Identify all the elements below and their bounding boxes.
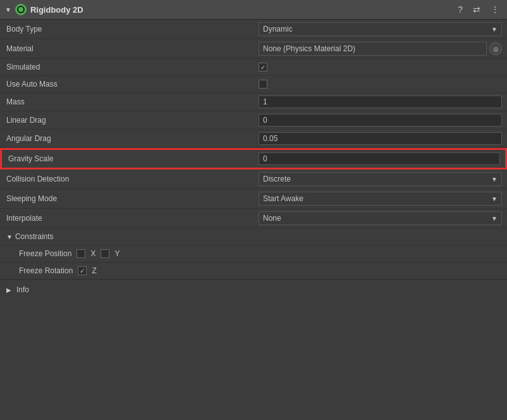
freeze-rotation-z-checkbox[interactable]	[78, 266, 87, 275]
freeze-position-label: Freeze Position	[19, 249, 71, 258]
settings-icon[interactable]: ⇄	[470, 3, 483, 16]
collision-detection-value[interactable]: Discrete ▼	[254, 170, 507, 189]
use-auto-mass-checkbox[interactable]	[259, 80, 267, 89]
header-actions: ? ⇄ ⋮	[455, 3, 502, 16]
dropdown-arrow-icon: ▼	[491, 26, 498, 33]
material-label: Material	[0, 39, 254, 59]
linear-drag-label: Linear Drag	[0, 111, 254, 130]
mass-input[interactable]	[259, 96, 502, 108]
angular-drag-label: Angular Drag	[0, 130, 254, 148]
material-field[interactable]: None (Physics Material 2D)	[259, 42, 487, 56]
simulated-value[interactable]	[254, 59, 507, 76]
freeze-rotation-label: Freeze Rotation	[19, 266, 73, 275]
freeze-position-row: Freeze Position X Y	[0, 245, 507, 262]
freeze-position-y-checkbox[interactable]	[101, 249, 109, 258]
mass-value[interactable]	[254, 93, 507, 111]
help-icon[interactable]: ?	[455, 3, 465, 16]
body-type-label: Body Type	[0, 20, 254, 39]
linear-drag-value[interactable]	[254, 111, 507, 130]
constraints-label: Constraints	[15, 232, 54, 241]
freeze-position-x-checkbox[interactable]	[76, 249, 85, 258]
gravity-scale-label: Gravity Scale	[0, 148, 254, 170]
menu-icon[interactable]: ⋮	[488, 3, 502, 16]
info-arrow-icon[interactable]: ▶	[6, 287, 11, 293]
sleeping-mode-label: Sleeping Mode	[0, 189, 254, 209]
component-icon	[15, 4, 27, 15]
gravity-scale-value[interactable]	[254, 148, 507, 170]
simulated-label: Simulated	[0, 59, 254, 76]
simulated-checkbox[interactable]	[259, 63, 267, 71]
collision-detection-label: Collision Detection	[0, 170, 254, 189]
mass-label: Mass	[0, 93, 254, 111]
angular-drag-input[interactable]	[259, 132, 502, 145]
component-header: ▼ Rigidbody 2D ? ⇄ ⋮	[0, 0, 507, 20]
dropdown-arrow-icon: ▼	[491, 195, 498, 202]
interpolate-label: Interpolate	[0, 209, 254, 228]
component-title: Rigidbody 2D	[30, 5, 451, 15]
info-label: Info	[16, 285, 29, 294]
sleeping-mode-value[interactable]: Start Awake ▼	[254, 189, 507, 209]
gravity-scale-input[interactable]	[259, 152, 500, 165]
dropdown-arrow-icon: ▼	[491, 215, 498, 222]
x-label: X	[90, 249, 95, 258]
properties-grid: Body Type Dynamic ▼ Material None (Physi…	[0, 20, 507, 299]
component-icon-inner	[17, 6, 25, 13]
y-label: Y	[114, 249, 119, 258]
use-auto-mass-value[interactable]	[254, 76, 507, 93]
constraints-header[interactable]: ▼ Constraints	[0, 228, 507, 245]
material-value[interactable]: None (Physics Material 2D) ◎	[254, 39, 507, 59]
sleeping-mode-dropdown[interactable]: Start Awake ▼	[259, 192, 502, 206]
body-type-value[interactable]: Dynamic ▼	[254, 20, 507, 39]
linear-drag-input[interactable]	[259, 114, 502, 127]
body-type-dropdown[interactable]: Dynamic ▼	[259, 22, 502, 36]
freeze-rotation-row: Freeze Rotation Z	[0, 262, 507, 280]
interpolate-dropdown[interactable]: None ▼	[259, 211, 502, 225]
interpolate-value[interactable]: None ▼	[254, 209, 507, 228]
rigidbody-2d-panel: ▼ Rigidbody 2D ? ⇄ ⋮ Body Type Dynamic ▼…	[0, 0, 507, 299]
constraints-collapse-icon[interactable]: ▼	[6, 233, 13, 240]
z-label: Z	[92, 266, 96, 275]
dropdown-arrow-icon: ▼	[491, 176, 498, 183]
collision-detection-dropdown[interactable]: Discrete ▼	[259, 172, 502, 186]
collapse-arrow-icon[interactable]: ▼	[5, 6, 11, 13]
use-auto-mass-label: Use Auto Mass	[0, 76, 254, 93]
material-select-icon[interactable]: ◎	[489, 42, 502, 55]
angular-drag-value[interactable]	[254, 130, 507, 148]
info-section[interactable]: ▶ Info	[0, 280, 507, 299]
